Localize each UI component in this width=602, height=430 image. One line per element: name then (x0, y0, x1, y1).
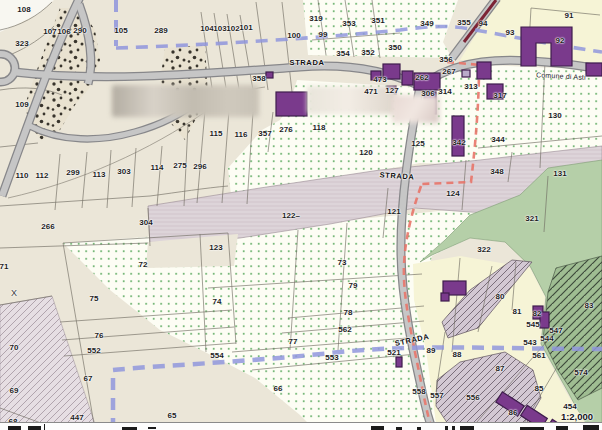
bottom-bar (0, 422, 602, 430)
blurred-region (392, 95, 439, 123)
map-canvas[interactable]: 1083231071062901052891091041031021011003… (0, 0, 602, 430)
blurred-region (307, 86, 397, 114)
blurred-region (112, 85, 259, 117)
map-graphics (0, 0, 602, 430)
